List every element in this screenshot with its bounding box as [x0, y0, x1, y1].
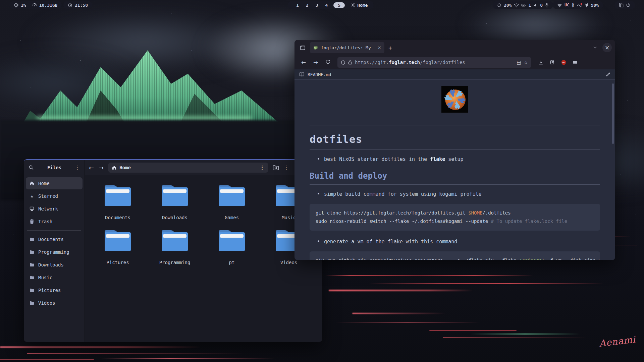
new-tab-button[interactable]: + [388, 44, 392, 51]
sidebar-item-pictures[interactable]: Pictures [26, 284, 83, 296]
files-toolbar: ← → Home ⋮ ⋮ [85, 160, 322, 175]
list-tabs-chevron-icon[interactable] [590, 43, 600, 52]
red-glitch-streak [335, 322, 480, 323]
sidebar-item-label: Videos [38, 300, 55, 306]
extensions-puzzle-icon[interactable] [547, 58, 557, 67]
folder-item-pt[interactable]: pt [203, 230, 260, 275]
wifi-icon [514, 3, 519, 7]
sidebar-item-label: Downloads [38, 262, 64, 267]
folder-icon [29, 300, 35, 306]
red-glitch-streak [429, 330, 517, 331]
code-block-vm[interactable]: nix run github:nix-community/nixos-gener… [310, 251, 600, 260]
code-block-build[interactable]: git clone https://git.foglar.tech/foglar… [310, 204, 600, 231]
gitea-favicon [313, 45, 318, 50]
workspace-button-4[interactable]: 4 [323, 3, 330, 8]
back-button[interactable]: ← [89, 164, 94, 171]
folder-name: Pictures [106, 260, 129, 265]
sidebar-item-videos[interactable]: Videos [26, 297, 83, 309]
home-icon [112, 165, 117, 170]
readme-body: dotfiles • best NixOS starter dotfiles i… [294, 86, 615, 260]
sidebar-separator [27, 230, 81, 231]
markdown-divider [310, 125, 600, 125]
clipboard-icon[interactable] [619, 3, 624, 7]
reload-icon[interactable] [323, 59, 333, 66]
folder-name: Videos [280, 260, 298, 265]
sidebar-item-downloads[interactable]: Downloads [26, 259, 83, 271]
sidebar-item-label: Home [38, 181, 50, 186]
forward-button[interactable]: → [99, 164, 104, 171]
url-scheme: https://git. [355, 60, 389, 65]
sidebar-item-label: Programming [38, 249, 69, 255]
submap-indicator: Home [351, 3, 368, 8]
sidebar-item-trash[interactable]: Trash [26, 216, 83, 228]
red-glitch-streak [352, 313, 446, 314]
sidebar-item-home[interactable]: Home [26, 177, 83, 189]
reader-mode-icon[interactable]: ▤ [517, 60, 521, 65]
star-icon: ★ [29, 193, 35, 199]
sidebar-item-network[interactable]: Network [26, 203, 83, 215]
downloads-icon[interactable] [536, 58, 545, 67]
code-text: -f vm --disk-size [545, 258, 598, 260]
submap-label: Home [357, 3, 368, 8]
bluetooth-icon[interactable]: ᛒ [572, 2, 574, 8]
edit-pencil-icon[interactable] [606, 72, 610, 77]
url-path: /foglar/dotfiles [420, 60, 465, 65]
system-stats-pill: 1% 10.31GB [9, 1, 62, 9]
folder-name: Programming [159, 260, 191, 265]
sidebar-item-starred[interactable]: ★ Starred [26, 190, 83, 202]
nav-forward-button[interactable]: → [311, 59, 321, 66]
network-tray-icon[interactable] [557, 3, 562, 7]
sidebar-item-programming[interactable]: Programming [26, 246, 83, 258]
artist-signature: Aenami [599, 334, 636, 349]
url-bar[interactable]: https://git.foglar.tech/foglar/dotfiles … [337, 57, 531, 68]
path-options-kebab-icon[interactable]: ⋮ [260, 165, 265, 170]
folder-item-downloads[interactable]: Downloads [146, 185, 203, 230]
folder-item-documents[interactable]: Documents [89, 185, 146, 230]
view-options-kebab-icon[interactable]: ⋮ [284, 165, 289, 170]
path-bar[interactable]: Home ⋮ [108, 163, 268, 173]
sidebar-item-music[interactable]: Music [26, 272, 83, 284]
readme-title: dotfiles [310, 133, 600, 145]
power-icon[interactable] [626, 3, 631, 7]
firefox-view-icon[interactable] [298, 43, 307, 52]
cpu-usage: 1% [21, 3, 26, 8]
folder-icon [105, 185, 131, 206]
red-glitch-streak [0, 359, 94, 360]
shield-icon[interactable] [341, 60, 345, 65]
speaker-icon [533, 3, 538, 7]
tray-pill: UC ᛒ 99% [553, 1, 603, 9]
window-close-button[interactable]: × [602, 43, 612, 52]
ublock-origin-icon[interactable]: UO [559, 58, 568, 67]
folder-item-games[interactable]: Games [203, 185, 260, 230]
workspace-button-3[interactable]: 3 [313, 3, 321, 8]
folder-item-pictures[interactable]: Pictures [89, 230, 146, 275]
uc-tray-icon[interactable]: UC [565, 3, 569, 7]
browser-tab-active[interactable]: foglar/dotfiles: My × [310, 42, 384, 53]
url-text[interactable]: https://git.foglar.tech/foglar/dotfiles [355, 60, 514, 65]
nav-back-button[interactable]: ← [299, 59, 309, 66]
notification-wave-icon[interactable] [577, 3, 582, 7]
app-menu-kebab-icon[interactable]: ⋮ [75, 165, 80, 170]
workspace-button-5-active[interactable]: 5 [333, 2, 345, 8]
folder-icon [29, 262, 35, 267]
workspace-button-1[interactable]: 1 [294, 3, 301, 8]
hamburger-menu-icon[interactable] [570, 58, 580, 67]
lock-icon [348, 60, 352, 65]
readme-header: README.md [294, 69, 615, 80]
trash-icon [29, 219, 35, 224]
sidebar-item-label: Documents [38, 237, 64, 242]
red-glitch-streak [329, 290, 473, 291]
folder-item-programming[interactable]: Programming [146, 230, 203, 275]
workspace-button-2[interactable]: 2 [304, 3, 311, 8]
ublock-label: UO [562, 61, 565, 63]
tab-close-icon[interactable]: × [377, 45, 381, 50]
search-folder-icon[interactable] [273, 165, 279, 171]
sidebar-item-documents[interactable]: Documents [26, 233, 83, 245]
tab-title: foglar/dotfiles: My [321, 45, 375, 50]
search-icon[interactable] [29, 165, 34, 170]
bookmark-star-icon[interactable]: ☆ [524, 60, 528, 65]
bullet-text: simple build command for system using ko… [324, 191, 482, 197]
red-glitch-streak [443, 337, 587, 338]
scrollbar[interactable] [612, 83, 614, 144]
clock-time: 21:58 [75, 3, 88, 8]
